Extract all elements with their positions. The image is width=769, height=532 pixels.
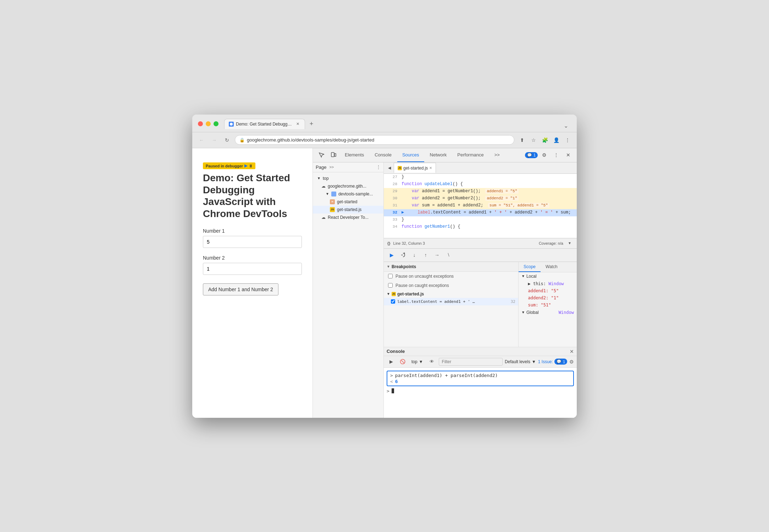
extensions-button[interactable]: 🧩	[540, 135, 550, 145]
bp-item-code: label.textContent = addend1 + ' …	[397, 299, 475, 304]
play-icon: ▶	[244, 164, 247, 168]
status-braces-icon: {}	[387, 241, 391, 245]
tab-network[interactable]: Network	[425, 148, 452, 162]
step-out-button[interactable]: ↑	[421, 250, 431, 260]
close-devtools-button[interactable]: ✕	[563, 149, 574, 161]
file-tree-item-get-started-html[interactable]: H get-started	[313, 198, 383, 206]
console-cursor-line[interactable]: >	[387, 388, 574, 394]
issues-count-badge[interactable]: 1 Issue: 💬 1	[538, 359, 567, 365]
paused-banner: Paused in debugger ▶ ⏸	[203, 162, 255, 169]
editor-tab-close-button[interactable]: ✕	[429, 166, 432, 170]
file-tree-item-react[interactable]: ☁ React Developer To...	[313, 214, 383, 221]
share-button[interactable]: ⬆	[517, 135, 527, 145]
step-button[interactable]: →	[432, 250, 442, 260]
tab-elements[interactable]: Elements	[340, 148, 369, 162]
global-toggle-icon: ▼	[521, 310, 525, 314]
console-context-select[interactable]: top ▼	[409, 358, 425, 365]
resume-button[interactable]: ▶	[387, 250, 397, 260]
local-scope-header[interactable]: ▼ Local	[519, 272, 577, 280]
console-close-button[interactable]: ✕	[570, 349, 574, 354]
scope-key-sum: sum:	[528, 303, 541, 307]
forward-button[interactable]: →	[209, 135, 219, 145]
scope-key-addend2: addend2:	[528, 295, 551, 300]
console-clear-button[interactable]: 🚫	[398, 357, 407, 366]
pause-uncaught-checkbox[interactable]	[388, 274, 393, 278]
devtools-toolbar: Elements Console Sources Network Perform…	[313, 148, 577, 162]
menu-button[interactable]: ⋮	[563, 135, 572, 145]
sidebar-options-button[interactable]: ⋮	[376, 165, 381, 170]
global-scope-header[interactable]: ▼ Global Window	[519, 309, 577, 316]
tab-sources[interactable]: Sources	[397, 148, 424, 162]
bp-file-toggle-icon: ▼	[387, 292, 390, 296]
maximize-window-button[interactable]	[214, 121, 218, 126]
file-tree-item-top[interactable]: ▼ top	[313, 174, 383, 182]
more-tools-button[interactable]: ⋮	[551, 149, 562, 161]
code-line-28: 28 function updateLabel() {	[384, 181, 577, 188]
inspect-element-button[interactable]	[316, 149, 327, 161]
tab-more[interactable]: >>	[489, 148, 505, 162]
file-tree-item-get-started-js[interactable]: JS get-started.js	[313, 206, 383, 214]
scope-key-addend1: addend1:	[528, 288, 551, 293]
code-editor[interactable]: 27 } 28 function updateLabel() { 29	[384, 174, 577, 238]
scope-tab-watch[interactable]: Watch	[541, 262, 563, 272]
sidebar-more-label[interactable]: >>	[329, 165, 334, 169]
url-bar[interactable]: 🔒 googlechrome.github.io/devtools-sample…	[235, 135, 514, 145]
number2-input[interactable]	[203, 263, 302, 275]
bp-item-checkbox[interactable]	[391, 299, 395, 304]
editor-nav-prev-button[interactable]: ◀	[385, 164, 394, 172]
console-input-line: > parseInt(addend1) + parseInt(addend2)	[390, 373, 570, 378]
console-levels[interactable]: Default levels ▼	[505, 359, 536, 364]
tab-close-button[interactable]: ✕	[295, 121, 300, 127]
scope-key-this: ▶ this:	[528, 281, 548, 286]
breakpoints-header[interactable]: ▼ Breakpoints	[384, 262, 518, 272]
refresh-button[interactable]: ↻	[222, 135, 232, 145]
scope-panel: Scope Watch ▼ Local ▶ this: Window	[519, 262, 577, 347]
number1-input[interactable]	[203, 236, 302, 248]
editor-tab-get-started-js[interactable]: JS get-started.js ✕	[394, 163, 436, 173]
bp-file-header[interactable]: ▼ JS get-started.js	[384, 290, 518, 298]
file-tree-item-label: top	[323, 176, 329, 181]
console-filter-input[interactable]	[439, 358, 503, 366]
editor-tabbar: ◀ JS get-started.js ✕	[384, 162, 577, 174]
add-button[interactable]: Add Number 1 and Number 2	[203, 283, 278, 295]
line-number-33: 33	[387, 217, 397, 223]
file-tree-item-label: get-started	[337, 199, 357, 204]
tab-console[interactable]: Console	[370, 148, 397, 162]
console-eye-button[interactable]: 👁	[427, 357, 437, 366]
browser-content: Paused in debugger ▶ ⏸ Demo: Get Started…	[192, 148, 577, 418]
deactivate-breakpoints-button[interactable]: ⧵	[443, 250, 453, 260]
tab-title: Demo: Get Started Debugging	[236, 122, 293, 127]
profile-button[interactable]: 👤	[551, 135, 561, 145]
file-tree-item-googlechrome[interactable]: ☁ googlechrome.gith...	[313, 182, 383, 190]
back-button[interactable]: ←	[197, 135, 206, 145]
issues-mini-icon: 💬	[557, 359, 561, 364]
tab-overflow-button[interactable]: ⌄	[564, 122, 571, 129]
settings-button[interactable]: ⚙	[538, 149, 550, 161]
console-execute-button[interactable]: ▶	[387, 357, 396, 366]
file-tree-item-label: get-started.js	[337, 207, 361, 212]
pause-caught-label: Pause on caught exceptions	[395, 283, 449, 288]
bookmark-button[interactable]: ☆	[529, 135, 538, 145]
tab-performance[interactable]: Performance	[452, 148, 488, 162]
pause-uncaught-label: Pause on uncaught exceptions	[395, 274, 454, 279]
console-settings-button[interactable]: ⚙	[569, 359, 574, 365]
file-tree-item-label: devtools-sample...	[338, 192, 373, 196]
top-triangle-icon: ▼	[317, 176, 321, 180]
coverage-collapse-button[interactable]: ▼	[566, 240, 573, 247]
console-context-arrow: ▼	[419, 359, 423, 364]
close-window-button[interactable]	[198, 121, 203, 126]
device-mode-button[interactable]	[328, 149, 339, 161]
browser-window: Demo: Get Started Debugging ✕ + ⌄ ← → ↻ …	[192, 115, 577, 418]
scope-tab-scope[interactable]: Scope	[519, 262, 541, 272]
page-tab-label[interactable]: Page	[316, 165, 326, 170]
file-tree-item-devtools-samples[interactable]: ▼ devtools-sample...	[313, 190, 383, 198]
line-number-28: 28	[387, 181, 397, 188]
step-over-button[interactable]	[398, 250, 408, 260]
minimize-window-button[interactable]	[206, 121, 211, 126]
console-section: Console ✕ ▶ 🚫 top ▼ 👁	[384, 347, 577, 418]
pause-caught-checkbox[interactable]	[388, 283, 393, 288]
step-into-button[interactable]: ↓	[409, 250, 419, 260]
new-tab-button[interactable]: +	[306, 119, 316, 129]
browser-tab[interactable]: Demo: Get Started Debugging ✕	[224, 119, 305, 129]
js-file-icon: JS	[330, 207, 335, 212]
